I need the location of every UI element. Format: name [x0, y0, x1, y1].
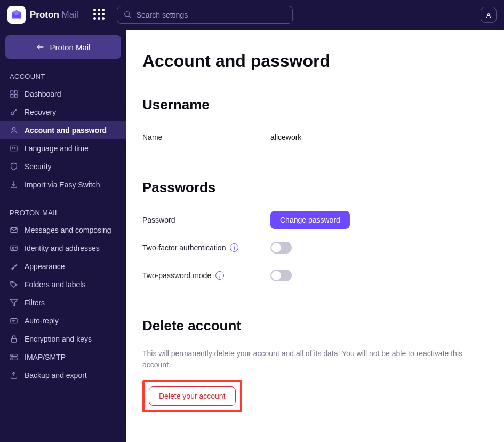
- funnel-icon: [10, 298, 18, 307]
- language-icon: [10, 144, 18, 153]
- page-title: Account and password: [142, 51, 488, 71]
- export-icon: [10, 371, 18, 380]
- sidebar-item-label: Encryption and keys: [25, 335, 92, 343]
- brand-suffix: Mail: [62, 10, 78, 20]
- svg-rect-9: [11, 146, 17, 151]
- sidebar-item-autoreply[interactable]: Auto-reply: [0, 312, 126, 330]
- twofa-toggle[interactable]: [270, 242, 292, 254]
- sidebar-item-language-time[interactable]: Language and time: [0, 139, 126, 157]
- sidebar-item-label: Recovery: [25, 108, 56, 116]
- reply-icon: [10, 317, 18, 325]
- name-row: Name alicework: [142, 127, 488, 147]
- brush-icon: [10, 262, 18, 271]
- brand-name: Proton: [30, 10, 59, 20]
- svg-point-19: [12, 355, 12, 356]
- svg-point-20: [12, 359, 12, 359]
- main-content: Account and password Username Name alice…: [126, 30, 504, 442]
- sidebar-item-messages[interactable]: Messages and composing: [0, 221, 126, 239]
- section-heading-passwords: Passwords: [142, 179, 488, 196]
- proton-mail-icon: [7, 6, 26, 24]
- sidebar-item-label: Auto-reply: [25, 317, 59, 325]
- sidebar-item-account-password[interactable]: Account and password: [0, 121, 126, 139]
- back-button-label: Proton Mail: [50, 43, 91, 52]
- svg-point-0: [124, 12, 129, 17]
- back-to-mail-button[interactable]: Proton Mail: [5, 35, 121, 59]
- sidebar-item-label: Dashboard: [25, 90, 61, 98]
- sidebar-item-label: Filters: [25, 298, 45, 307]
- sidebar-item-identity[interactable]: Identity and addresses: [0, 239, 126, 257]
- svg-rect-11: [11, 246, 17, 250]
- twopass-toggle[interactable]: [270, 270, 292, 281]
- twofa-label: Two-factor authentication i: [142, 243, 270, 252]
- sidebar-item-imap[interactable]: IMAP/SMTP: [0, 348, 126, 366]
- sidebar-section-mail: PROTON MAIL: [0, 203, 126, 221]
- sidebar-item-label: Import via Easy Switch: [25, 180, 100, 189]
- svg-line-1: [129, 16, 131, 18]
- svg-marker-14: [10, 299, 17, 306]
- password-row: Password Change password: [142, 210, 488, 230]
- info-icon[interactable]: i: [230, 243, 238, 252]
- user-icon: [10, 126, 18, 135]
- sidebar-item-label: Folders and labels: [25, 280, 85, 289]
- username-section: Username Name alicework: [142, 97, 488, 147]
- search-icon: [123, 10, 132, 21]
- shield-icon: [10, 162, 18, 171]
- search-input[interactable]: [117, 6, 293, 24]
- sidebar-item-folders[interactable]: Folders and labels: [0, 275, 126, 294]
- delete-section: Delete account This will permanently del…: [142, 318, 488, 412]
- tag-icon: [10, 280, 18, 289]
- twofa-row: Two-factor authentication i: [142, 238, 488, 258]
- twofa-label-text: Two-factor authentication: [142, 243, 226, 252]
- svg-point-12: [12, 247, 14, 249]
- lock-icon: [10, 335, 18, 343]
- sidebar-item-label: Appearance: [25, 262, 65, 271]
- info-icon[interactable]: i: [215, 271, 224, 280]
- sidebar-item-appearance[interactable]: Appearance: [0, 257, 126, 275]
- apps-switcher-icon[interactable]: [93, 9, 106, 21]
- section-heading-delete: Delete account: [142, 318, 488, 334]
- svg-rect-16: [11, 338, 16, 342]
- twopass-label-text: Two-password mode: [142, 271, 211, 280]
- svg-point-7: [11, 112, 14, 114]
- sidebar-item-label: Identity and addresses: [25, 244, 100, 252]
- sidebar-item-label: Language and time: [25, 144, 89, 153]
- sidebar-item-recovery[interactable]: Recovery: [0, 103, 126, 121]
- svg-point-8: [12, 128, 15, 130]
- sidebar-item-dashboard[interactable]: Dashboard: [0, 85, 126, 103]
- mail-icon: [10, 226, 18, 234]
- twopass-label: Two-password mode i: [142, 271, 270, 280]
- sidebar-item-import[interactable]: Import via Easy Switch: [0, 176, 126, 194]
- server-icon: [10, 353, 18, 361]
- sidebar-item-backup[interactable]: Backup and export: [0, 366, 126, 384]
- sidebar-item-encryption[interactable]: Encryption and keys: [0, 330, 126, 348]
- name-label: Name: [142, 133, 270, 141]
- arrow-left-icon: [36, 43, 45, 51]
- sidebar-item-label: Security: [25, 162, 52, 171]
- grid-icon: [10, 90, 18, 98]
- highlight-annotation: Delete your account: [142, 380, 242, 412]
- svg-rect-5: [11, 94, 13, 97]
- import-icon: [10, 180, 18, 189]
- section-heading-username: Username: [142, 97, 488, 113]
- change-password-button[interactable]: Change password: [270, 211, 350, 229]
- sidebar-item-label: Backup and export: [25, 371, 87, 380]
- sidebar: Proton Mail ACCOUNT Dashboard Recovery A…: [0, 30, 126, 442]
- app-logo[interactable]: Proton Mail: [7, 6, 78, 24]
- svg-rect-6: [14, 94, 17, 97]
- search-wrapper: [117, 6, 293, 24]
- svg-rect-3: [11, 91, 13, 93]
- sidebar-item-label: IMAP/SMTP: [25, 353, 66, 361]
- delete-description: This will permanently delete your accoun…: [142, 348, 462, 370]
- passwords-section: Passwords Password Change password Two-f…: [142, 179, 488, 286]
- app-logo-text: Proton Mail: [30, 10, 78, 20]
- svg-rect-4: [14, 91, 17, 93]
- svg-point-13: [12, 283, 12, 283]
- name-value: alicework: [270, 133, 301, 141]
- sidebar-item-security[interactable]: Security: [0, 157, 126, 176]
- key-icon: [10, 108, 18, 116]
- id-card-icon: [10, 244, 18, 252]
- sidebar-section-account: ACCOUNT: [0, 67, 126, 85]
- delete-account-button[interactable]: Delete your account: [149, 386, 236, 406]
- avatar[interactable]: A: [481, 7, 497, 23]
- sidebar-item-filters[interactable]: Filters: [0, 294, 126, 312]
